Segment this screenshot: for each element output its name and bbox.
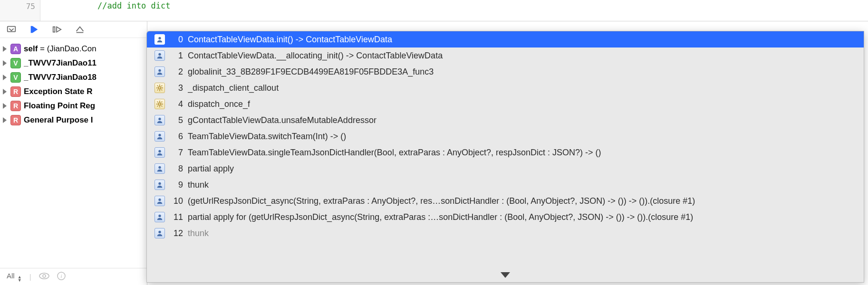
- stack-frame-row[interactable]: 3_dispatch_client_callout: [147, 80, 864, 96]
- quicklook-icon[interactable]: [39, 273, 49, 281]
- svg-point-8: [158, 53, 161, 56]
- stack-frame-row[interactable]: 10(getUrlRespJsonDict_async(String, extr…: [147, 193, 864, 209]
- variables-toolbar: [0, 21, 147, 38]
- disclosure-triangle-icon[interactable]: [3, 75, 7, 80]
- variables-panel: A self = (JianDao.Con V _TWVV7JianDao11 …: [0, 21, 147, 285]
- step-over-icon[interactable]: [51, 24, 63, 35]
- frame-label: globalinit_33_8B289F1F9ECDB4499EA819F05F…: [188, 67, 864, 77]
- svg-line-18: [162, 86, 163, 86]
- frame-label: TeamTableViewData.singleTeamJsonDictHand…: [188, 148, 864, 158]
- stack-frame-row[interactable]: 9thunk: [147, 177, 864, 193]
- svg-point-31: [158, 166, 161, 169]
- frame-label: partial apply for (getUrlRespJsonDict_as…: [188, 212, 864, 222]
- svg-line-16: [162, 90, 163, 91]
- disclosure-triangle-icon[interactable]: [3, 103, 7, 109]
- code-editor-strip: 75 //add into dict: [0, 0, 868, 21]
- frame-index: 5: [170, 115, 183, 125]
- stepper-icon: ▲▼: [18, 276, 22, 282]
- variable-row[interactable]: R General Purpose I: [3, 113, 144, 127]
- svg-line-27: [162, 102, 163, 103]
- variables-footer: All ▲▼ | i: [0, 268, 147, 285]
- call-stack-list[interactable]: 0ContactTableViewData.init() -> ContactT…: [147, 31, 864, 268]
- svg-point-32: [158, 182, 161, 185]
- variable-name: General Purpose I: [24, 115, 93, 125]
- gear-icon: [154, 83, 165, 93]
- continue-icon[interactable]: [29, 24, 40, 35]
- variable-name: _TWVV7JianDao11: [24, 58, 96, 68]
- frame-index: 12: [170, 228, 183, 238]
- svg-point-3: [39, 273, 49, 279]
- symbol-badge: V: [10, 58, 21, 68]
- svg-point-4: [43, 275, 46, 277]
- stack-frame-row[interactable]: 8partial apply: [147, 161, 864, 177]
- stack-frame-row[interactable]: 2globalinit_33_8B289F1F9ECDB4499EA819F05…: [147, 64, 864, 80]
- frame-label: _dispatch_client_callout: [188, 83, 864, 93]
- frame-index: 2: [170, 67, 183, 77]
- step-out-icon[interactable]: [74, 24, 86, 35]
- disclosure-triangle-icon[interactable]: [3, 89, 7, 95]
- variable-row[interactable]: V _TWVV7JianDao11: [3, 56, 144, 70]
- svg-point-9: [158, 69, 161, 72]
- filter-scope-label: All: [7, 272, 15, 280]
- frame-label: TeamTableViewData.switchTeam(Int) -> (): [188, 132, 864, 142]
- frame-label: partial apply: [188, 164, 864, 174]
- svg-line-25: [162, 106, 163, 107]
- variable-row[interactable]: A self = (JianDao.Con: [3, 42, 144, 56]
- stack-frame-row[interactable]: 7TeamTableViewData.singleTeamJsonDictHan…: [147, 144, 864, 161]
- svg-line-15: [157, 86, 158, 86]
- frame-label: gContactTableViewData.unsafeMutableAddre…: [188, 115, 864, 125]
- svg-point-35: [158, 231, 161, 233]
- stack-frame-row[interactable]: 1ContactTableViewData.__allocating_init(…: [147, 48, 864, 64]
- stack-frame-row[interactable]: 6TeamTableViewData.switchTeam(Int) -> (): [147, 128, 864, 144]
- frame-index: 8: [170, 164, 183, 174]
- frame-label: thunk: [188, 228, 864, 238]
- variable-row[interactable]: R Exception State R: [3, 85, 144, 99]
- svg-text:i: i: [60, 273, 62, 279]
- svg-point-29: [158, 134, 161, 136]
- svg-rect-1: [53, 27, 55, 32]
- call-stack-footer: [147, 268, 864, 282]
- code-line[interactable]: //add into dict: [40, 0, 868, 21]
- svg-point-34: [158, 215, 161, 217]
- symbol-badge: R: [10, 101, 21, 111]
- divider: |: [29, 273, 31, 281]
- scroll-down-icon[interactable]: [501, 272, 510, 278]
- call-stack-popup: 0ContactTableViewData.init() -> ContactT…: [146, 31, 864, 283]
- svg-line-24: [157, 102, 158, 103]
- variable-row[interactable]: R Floating Point Reg: [3, 99, 144, 113]
- disclosure-triangle-icon[interactable]: [3, 117, 7, 123]
- frame-label: dispatch_once_f: [188, 99, 864, 109]
- svg-point-10: [158, 86, 161, 89]
- user-icon: [154, 196, 165, 206]
- svg-line-17: [157, 90, 158, 91]
- svg-point-19: [158, 103, 161, 105]
- user-icon: [154, 163, 165, 174]
- stack-frame-row[interactable]: 11partial apply for (getUrlRespJsonDict_…: [147, 209, 864, 225]
- user-icon: [154, 131, 165, 142]
- frame-index: 7: [170, 148, 183, 158]
- disclosure-triangle-icon[interactable]: [3, 46, 7, 52]
- stack-frame-row[interactable]: 4dispatch_once_f: [147, 96, 864, 112]
- frame-index: 11: [170, 212, 183, 222]
- line-gutter: 75: [0, 0, 40, 21]
- user-icon: [154, 66, 165, 77]
- variable-row[interactable]: V _TWVV7JianDao18: [3, 70, 144, 85]
- stack-frame-row[interactable]: 12thunk: [147, 225, 864, 241]
- frame-label: thunk: [188, 180, 864, 190]
- user-icon: [154, 147, 165, 158]
- info-icon[interactable]: i: [57, 272, 66, 282]
- user-icon: [154, 212, 165, 222]
- svg-point-30: [158, 150, 161, 152]
- filter-scope-dropdown[interactable]: All ▲▼: [7, 272, 22, 282]
- frame-index: 6: [170, 132, 183, 142]
- view-options-dropdown-icon[interactable]: [6, 24, 17, 35]
- frame-index: 1: [170, 51, 183, 61]
- svg-point-28: [158, 118, 161, 120]
- variable-name: Floating Point Reg: [24, 101, 95, 111]
- user-icon: [154, 34, 165, 45]
- stack-frame-row[interactable]: 0ContactTableViewData.init() -> ContactT…: [147, 31, 864, 48]
- disclosure-triangle-icon[interactable]: [3, 60, 7, 66]
- stack-frame-row[interactable]: 5gContactTableViewData.unsafeMutableAddr…: [147, 112, 864, 128]
- frame-index: 0: [170, 35, 183, 45]
- variables-tree[interactable]: A self = (JianDao.Con V _TWVV7JianDao11 …: [0, 38, 147, 268]
